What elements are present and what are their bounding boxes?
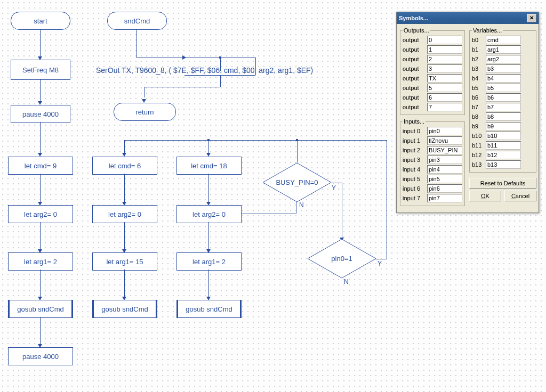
variable-label: b6 bbox=[472, 94, 484, 101]
output-row: output bbox=[403, 103, 462, 111]
variable-input[interactable] bbox=[486, 45, 521, 54]
process-arg2-1[interactable]: let arg2= 0 bbox=[8, 205, 73, 223]
variable-input[interactable] bbox=[486, 112, 521, 121]
output-row: output bbox=[403, 45, 462, 54]
decision1-n: N bbox=[299, 201, 304, 209]
variable-input[interactable] bbox=[486, 93, 521, 102]
output-label: output bbox=[403, 85, 425, 91]
process-cmd-3[interactable]: let cmd= 18 bbox=[176, 157, 242, 175]
process-setfreq[interactable]: SetFreq M8 bbox=[11, 60, 70, 80]
ok-button[interactable]: OK bbox=[469, 191, 501, 201]
variable-label: b7 bbox=[472, 104, 484, 110]
output-label: output bbox=[403, 46, 425, 53]
input-label: input 1 bbox=[403, 137, 425, 144]
subroutine-gosub-1[interactable]: gosub sndCmd bbox=[8, 300, 73, 318]
input-input[interactable] bbox=[427, 194, 462, 202]
input-label: input 4 bbox=[403, 166, 425, 173]
subroutine-gosub-2[interactable]: gosub sndCmd bbox=[92, 300, 157, 318]
output-label: output bbox=[403, 66, 425, 72]
variable-input[interactable] bbox=[486, 122, 521, 130]
input-input[interactable] bbox=[427, 146, 462, 154]
terminator-return[interactable]: return bbox=[114, 103, 176, 121]
variable-label: b10 bbox=[472, 133, 484, 139]
input-input[interactable] bbox=[427, 127, 462, 135]
variables-group: Variables... b0b1b2b3b4b5b6b7b8b9b10b11b… bbox=[469, 27, 536, 173]
input-row: input 2 bbox=[403, 146, 462, 154]
output-row: output bbox=[403, 84, 462, 92]
process-arg2-2[interactable]: let arg2= 0 bbox=[92, 205, 157, 223]
decision2-y: Y bbox=[378, 260, 382, 267]
variable-input[interactable] bbox=[486, 55, 521, 63]
variable-input[interactable] bbox=[486, 64, 521, 73]
variable-input[interactable] bbox=[486, 84, 521, 92]
dialog-title: Symbols... bbox=[399, 15, 428, 21]
variable-input[interactable] bbox=[486, 103, 521, 111]
variable-row: b5 bbox=[472, 84, 534, 92]
label: pin0=1 bbox=[307, 239, 376, 279]
input-input[interactable] bbox=[427, 156, 462, 164]
output-input[interactable] bbox=[427, 45, 462, 54]
variable-input[interactable] bbox=[486, 36, 521, 44]
input-label: input 7 bbox=[403, 195, 425, 201]
variables-legend: Variables... bbox=[472, 27, 503, 34]
symbols-dialog: Symbols... ✕ Outputs... outputoutputoutp… bbox=[396, 12, 539, 213]
decision-pin0[interactable]: pin0=1 bbox=[307, 239, 376, 279]
variable-input[interactable] bbox=[486, 160, 521, 169]
output-label: output bbox=[403, 94, 425, 101]
process-arg1-3[interactable]: let arg1= 2 bbox=[176, 252, 242, 271]
terminator-start[interactable]: start bbox=[11, 12, 70, 30]
variable-label: b11 bbox=[472, 142, 484, 149]
output-input[interactable] bbox=[427, 36, 462, 44]
process-arg2-3[interactable]: let arg2= 0 bbox=[176, 205, 242, 223]
process-cmd-2[interactable]: let cmd= 6 bbox=[92, 157, 157, 175]
output-row: output bbox=[403, 64, 462, 73]
cancel-button[interactable]: Cancel bbox=[504, 191, 536, 201]
variable-row: b0 bbox=[472, 36, 534, 44]
variable-input[interactable] bbox=[486, 74, 521, 83]
label: gosub sndCmd bbox=[17, 305, 63, 313]
serout-statement: SerOut TX, T9600_8, ( $7E, $FF, $06, cmd… bbox=[96, 66, 313, 75]
process-pause2[interactable]: pause 4000 bbox=[8, 347, 73, 365]
variable-label: b13 bbox=[472, 161, 484, 168]
output-input[interactable] bbox=[427, 74, 462, 83]
input-input[interactable] bbox=[427, 136, 462, 145]
decision1-y: Y bbox=[332, 184, 336, 192]
variable-label: b2 bbox=[472, 56, 484, 62]
input-label: input 6 bbox=[403, 185, 425, 192]
close-icon[interactable]: ✕ bbox=[527, 14, 536, 22]
output-input[interactable] bbox=[427, 84, 462, 92]
inputs-legend: Inputs... bbox=[403, 118, 425, 125]
output-input[interactable] bbox=[427, 55, 462, 63]
process-cmd-1[interactable]: let cmd= 9 bbox=[8, 157, 73, 175]
output-label: output bbox=[403, 37, 425, 43]
terminator-sndcmd[interactable]: sndCmd bbox=[107, 12, 167, 30]
process-arg1-1[interactable]: let arg1= 2 bbox=[8, 252, 73, 271]
input-input[interactable] bbox=[427, 165, 462, 174]
output-input[interactable] bbox=[427, 64, 462, 73]
variable-label: b4 bbox=[472, 75, 484, 81]
output-input[interactable] bbox=[427, 103, 462, 111]
process-arg1-2[interactable]: let arg1= 15 bbox=[92, 252, 157, 271]
label: let arg1= 2 bbox=[24, 258, 57, 266]
variable-input[interactable] bbox=[486, 132, 521, 140]
output-label: output bbox=[403, 75, 425, 81]
variable-row: b9 bbox=[472, 122, 534, 130]
input-input[interactable] bbox=[427, 175, 462, 183]
input-row: input 0 bbox=[403, 127, 462, 135]
input-row: input 5 bbox=[403, 175, 462, 183]
variable-input[interactable] bbox=[486, 141, 521, 150]
label: let arg2= 0 bbox=[108, 210, 141, 218]
variable-row: b6 bbox=[472, 93, 534, 102]
subroutine-gosub-3[interactable]: gosub sndCmd bbox=[176, 300, 242, 318]
variable-row: b10 bbox=[472, 132, 534, 140]
variable-input[interactable] bbox=[486, 151, 521, 159]
variable-row: b11 bbox=[472, 141, 534, 150]
process-pause1[interactable]: pause 4000 bbox=[11, 105, 70, 123]
decision-busy-pin[interactable]: BUSY_PIN=0 bbox=[262, 162, 332, 202]
input-input[interactable] bbox=[427, 184, 462, 193]
titlebar[interactable]: Symbols... ✕ bbox=[397, 12, 539, 24]
output-row: output bbox=[403, 36, 462, 44]
variable-label: b8 bbox=[472, 113, 484, 120]
output-input[interactable] bbox=[427, 93, 462, 102]
reset-button[interactable]: Reset to Defaults bbox=[469, 178, 536, 189]
